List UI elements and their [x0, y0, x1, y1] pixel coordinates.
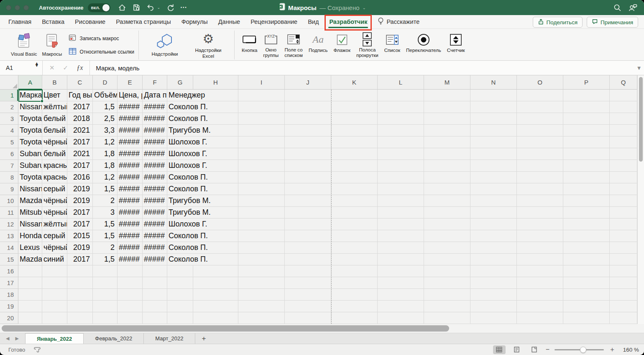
- cell-P20[interactable]: [563, 312, 610, 324]
- cell-C20[interactable]: [67, 312, 93, 324]
- cell-L5[interactable]: [378, 136, 424, 148]
- cell-L4[interactable]: [378, 125, 424, 136]
- cell-J2[interactable]: [285, 101, 331, 113]
- cell-I7[interactable]: [238, 160, 285, 172]
- cell-M16[interactable]: [424, 265, 470, 277]
- cell-C5[interactable]: 2017: [67, 136, 93, 148]
- cancel-entry-icon[interactable]: ✕: [49, 64, 55, 72]
- cell-O2[interactable]: [517, 101, 563, 113]
- cell-D7[interactable]: 1,8: [93, 160, 118, 172]
- cell-G20[interactable]: [167, 312, 193, 324]
- cell-O18[interactable]: [517, 289, 563, 301]
- minimize-window-button[interactable]: [15, 5, 20, 10]
- cell-B15[interactable]: синий: [42, 254, 67, 265]
- cell-H18[interactable]: [193, 289, 238, 301]
- cell-Q10[interactable]: [610, 195, 637, 207]
- cell-L14[interactable]: [378, 242, 424, 254]
- insert-function-icon[interactable]: ƒx: [77, 64, 83, 72]
- cell-N6[interactable]: [470, 148, 517, 160]
- comments-button[interactable]: Примечания: [587, 17, 638, 28]
- cell-A15[interactable]: Mazda: [18, 254, 42, 265]
- cell-H16[interactable]: [193, 265, 238, 277]
- cell-A11[interactable]: Mitsubishi: [18, 207, 42, 219]
- close-window-button[interactable]: [6, 5, 11, 10]
- page-layout-view-button[interactable]: [511, 345, 523, 354]
- row-header-6[interactable]: 6: [0, 148, 18, 160]
- cell-J14[interactable]: [285, 242, 331, 254]
- tab-данные[interactable]: Данные: [217, 16, 241, 28]
- cell-I1[interactable]: [238, 90, 285, 101]
- cell-D2[interactable]: 1,5: [93, 101, 118, 113]
- cell-E11[interactable]: #####: [118, 207, 143, 219]
- column-header-D[interactable]: D: [93, 75, 118, 90]
- cell-B19[interactable]: [42, 301, 67, 312]
- cell-C2[interactable]: 2017: [67, 101, 93, 113]
- zoom-window-button[interactable]: [23, 5, 29, 10]
- save-icon[interactable]: [132, 3, 141, 12]
- cell-L6[interactable]: [378, 148, 424, 160]
- cell-I8[interactable]: [238, 172, 285, 183]
- vertical-scrollbar[interactable]: [637, 75, 644, 324]
- next-sheet-icon[interactable]: ▶: [15, 336, 18, 341]
- cell-N14[interactable]: [470, 242, 517, 254]
- control-label[interactable]: AaПодпись: [309, 32, 328, 59]
- cell-A8[interactable]: Toyota: [18, 172, 42, 183]
- cell-I5[interactable]: [238, 136, 285, 148]
- cell-M4[interactable]: [424, 125, 470, 136]
- column-header-B[interactable]: B: [42, 75, 67, 90]
- cell-I10[interactable]: [238, 195, 285, 207]
- prev-sheet-icon[interactable]: ◀: [6, 336, 9, 341]
- cell-L8[interactable]: [378, 172, 424, 183]
- cell-A18[interactable]: [18, 289, 42, 301]
- row-header-16[interactable]: 16: [0, 265, 18, 277]
- cell-D14[interactable]: 2: [93, 242, 118, 254]
- cell-Q3[interactable]: [610, 113, 637, 125]
- tab-главная[interactable]: Главная: [8, 16, 32, 28]
- cell-O12[interactable]: [517, 219, 563, 230]
- cell-P9[interactable]: [563, 183, 610, 195]
- control-scroll-bar[interactable]: Полоса прокрутки: [356, 32, 378, 59]
- cell-K4[interactable]: [331, 125, 378, 136]
- cell-J5[interactable]: [285, 136, 331, 148]
- cell-J7[interactable]: [285, 160, 331, 172]
- cell-F10[interactable]: #####: [143, 195, 167, 207]
- cell-B7[interactable]: красный: [42, 160, 67, 172]
- cell-F19[interactable]: [143, 301, 167, 312]
- cell-I19[interactable]: [238, 301, 285, 312]
- page-break-view-button[interactable]: [528, 345, 541, 354]
- cell-O14[interactable]: [517, 242, 563, 254]
- cell-L12[interactable]: [378, 219, 424, 230]
- cell-K6[interactable]: [331, 148, 378, 160]
- cell-Q6[interactable]: [610, 148, 637, 160]
- cell-P14[interactable]: [563, 242, 610, 254]
- cell-P6[interactable]: [563, 148, 610, 160]
- row-header-11[interactable]: 11: [0, 207, 18, 219]
- record-macro-button[interactable]: Записать макрос: [69, 34, 134, 43]
- cell-N13[interactable]: [470, 230, 517, 242]
- cell-I12[interactable]: [238, 219, 285, 230]
- cell-F1[interactable]: Дата продажи: [143, 90, 167, 101]
- undo-menu-chevron-icon[interactable]: ⌄: [157, 5, 161, 10]
- cell-A13[interactable]: Honda: [18, 230, 42, 242]
- cell-Q4[interactable]: [610, 125, 637, 136]
- cell-A2[interactable]: Nissan: [18, 101, 42, 113]
- cell-M9[interactable]: [424, 183, 470, 195]
- cell-O6[interactable]: [517, 148, 563, 160]
- cell-G15[interactable]: Соколов П.: [167, 254, 238, 265]
- cell-Q1[interactable]: [610, 90, 637, 101]
- redo-icon[interactable]: [166, 3, 174, 12]
- cell-Q11[interactable]: [610, 207, 637, 219]
- cell-H19[interactable]: [193, 301, 238, 312]
- cell-A9[interactable]: Nissan: [18, 183, 42, 195]
- share-button[interactable]: Поделиться: [533, 17, 583, 28]
- cell-C16[interactable]: [67, 265, 93, 277]
- cell-L16[interactable]: [378, 265, 424, 277]
- cell-E9[interactable]: #####: [118, 183, 143, 195]
- cell-F20[interactable]: [143, 312, 167, 324]
- horizontal-scrollbar[interactable]: [0, 324, 644, 333]
- cell-D13[interactable]: 1,5: [93, 230, 118, 242]
- cell-M15[interactable]: [424, 254, 470, 265]
- cell-J17[interactable]: [285, 277, 331, 289]
- cell-K1[interactable]: [331, 90, 378, 101]
- cell-B12[interactable]: жёлтый: [42, 219, 67, 230]
